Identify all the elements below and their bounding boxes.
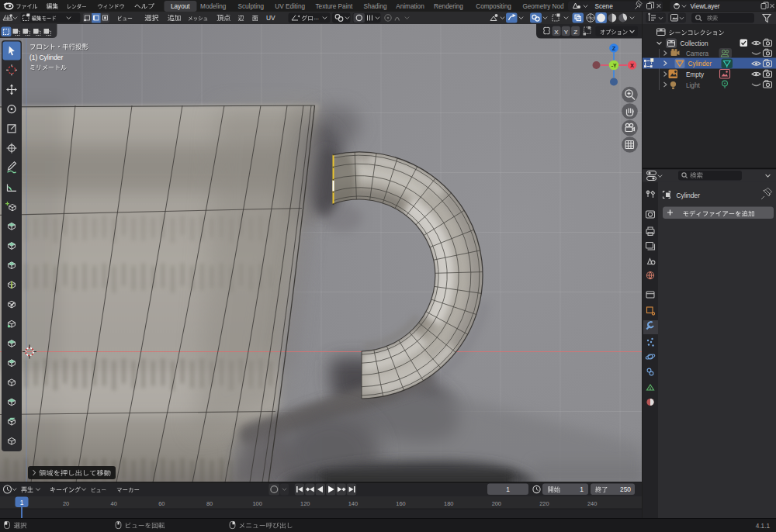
svg-text:40: 40	[111, 500, 117, 507]
svg-text:Z: Z	[573, 29, 577, 36]
svg-text:Geometry Nod: Geometry Nod	[522, 3, 564, 10]
svg-text:Z: Z	[612, 45, 616, 52]
svg-text:ViewLayer: ViewLayer	[691, 3, 720, 10]
svg-text:4.1.1: 4.1.1	[756, 523, 771, 530]
svg-text:250: 250	[620, 485, 631, 493]
svg-text:Cylinder: Cylinder	[688, 60, 712, 67]
svg-text:Sculpting: Sculpting	[237, 3, 264, 10]
svg-text:140: 140	[348, 500, 358, 507]
svg-text:UV Editing: UV Editing	[275, 3, 305, 10]
svg-text:-Y: -Y	[611, 63, 617, 68]
svg-text:Shading: Shading	[363, 3, 386, 10]
svg-text:120: 120	[300, 500, 310, 507]
svg-text:1: 1	[20, 499, 24, 506]
svg-text:Camera: Camera	[686, 50, 709, 57]
svg-text:20: 20	[63, 500, 69, 507]
svg-text:Light: Light	[686, 82, 700, 89]
svg-text:160: 160	[396, 500, 405, 507]
svg-text:Rendering: Rendering	[434, 3, 463, 10]
svg-text:Texture Paint: Texture Paint	[316, 3, 354, 10]
svg-text:1: 1	[506, 485, 510, 493]
svg-text:Modeling: Modeling	[200, 3, 227, 10]
svg-text:Layout: Layout	[171, 3, 190, 10]
svg-text:1: 1	[580, 485, 584, 493]
svg-text:Y: Y	[564, 29, 569, 36]
svg-text:X: X	[554, 29, 559, 36]
svg-text:...: ...	[314, 14, 319, 21]
svg-text:60: 60	[158, 500, 165, 507]
svg-text:UV: UV	[266, 14, 275, 22]
svg-text:80: 80	[206, 500, 213, 507]
svg-text:Scene: Scene	[595, 3, 614, 10]
svg-text:(1) Cylinder: (1) Cylinder	[29, 54, 63, 61]
svg-text:Cylinder: Cylinder	[677, 192, 701, 199]
svg-text:Compositing: Compositing	[476, 3, 511, 10]
svg-text:180: 180	[444, 500, 453, 507]
svg-text:220: 220	[539, 500, 549, 507]
svg-text:Animation: Animation	[396, 3, 424, 10]
svg-text:X: X	[630, 62, 634, 69]
svg-text:100: 100	[252, 500, 262, 507]
svg-text:200: 200	[492, 500, 501, 507]
svg-text:240: 240	[587, 500, 597, 507]
svg-text:Collection: Collection	[681, 40, 708, 47]
svg-text:Empty: Empty	[686, 71, 705, 78]
